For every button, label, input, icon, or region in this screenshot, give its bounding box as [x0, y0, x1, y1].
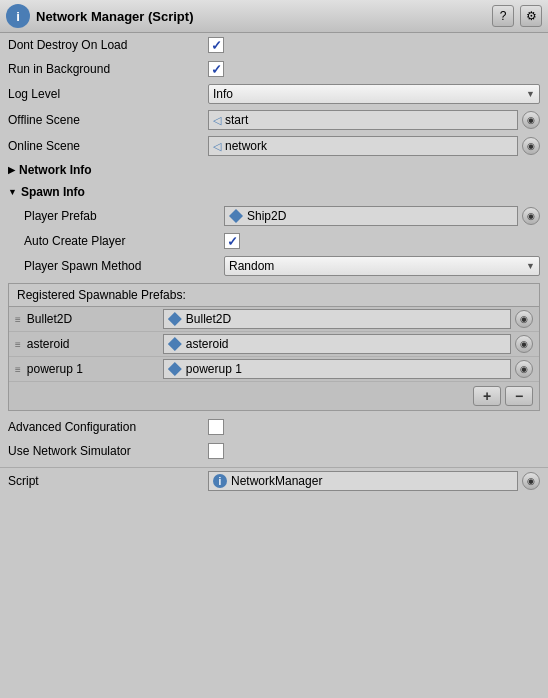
spawnable-field-2: powerup 1: [163, 359, 511, 379]
player-prefab-icon: [229, 209, 243, 223]
spawnable-box: Registered Spawnable Prefabs: ≡ Bullet2D…: [8, 283, 540, 411]
spawnable-prefab-icon-1: [168, 337, 182, 351]
spawnable-title-text: Registered Spawnable Prefabs:: [17, 288, 186, 302]
spawnable-prefab-icon-2: [168, 362, 182, 376]
offline-scene-text: start: [225, 113, 248, 127]
spawnable-prefab-text-2: powerup 1: [186, 362, 242, 376]
component-icon: i: [6, 4, 30, 28]
offline-scene-icon: ◁: [213, 114, 221, 127]
spawn-method-value: Random ▼: [224, 256, 540, 276]
auto-create-row: Auto Create Player: [0, 229, 548, 253]
script-row: Script i NetworkManager ◉: [0, 467, 548, 494]
spawnable-item-0: ≡ Bullet2D Bullet2D ◉: [9, 307, 539, 332]
dont-destroy-row: Dont Destroy On Load: [0, 33, 548, 57]
spawnable-item-2: ≡ powerup 1 powerup 1 ◉: [9, 357, 539, 382]
log-level-label: Log Level: [8, 87, 208, 101]
spawn-method-dropdown-arrow: ▼: [526, 261, 535, 271]
dont-destroy-label: Dont Destroy On Load: [8, 38, 208, 52]
log-level-dropdown-text: Info: [213, 87, 526, 101]
player-prefab-text: Ship2D: [247, 209, 286, 223]
offline-scene-row: Offline Scene ◁ start ◉: [0, 107, 548, 133]
spawn-info-section[interactable]: ▼ Spawn Info: [0, 181, 548, 203]
spawnable-label-1: asteroid: [27, 337, 157, 351]
network-info-section[interactable]: ▶ Network Info: [0, 159, 548, 181]
script-info-icon: i: [213, 474, 227, 488]
drag-icon-1: ≡: [15, 339, 21, 350]
spawnable-picker-2[interactable]: ◉: [515, 360, 533, 378]
add-spawnable-button[interactable]: +: [473, 386, 501, 406]
drag-icon-0: ≡: [15, 314, 21, 325]
advanced-config-value: [208, 419, 540, 435]
spawnable-label-2: powerup 1: [27, 362, 157, 376]
script-picker[interactable]: ◉: [522, 472, 540, 490]
network-info-label: Network Info: [19, 163, 92, 177]
script-value: i NetworkManager ◉: [208, 471, 540, 491]
spawn-method-row: Player Spawn Method Random ▼: [0, 253, 548, 279]
run-background-checkbox[interactable]: [208, 61, 224, 77]
player-prefab-picker[interactable]: ◉: [522, 207, 540, 225]
panel: i Network Manager (Script) ? ⚙ Dont Dest…: [0, 0, 548, 494]
network-info-triangle: ▶: [8, 165, 15, 175]
dont-destroy-value: [208, 37, 540, 53]
auto-create-checkbox[interactable]: [224, 233, 240, 249]
run-background-value: [208, 61, 540, 77]
spawnable-value-1: asteroid ◉: [163, 334, 533, 354]
spawnable-item-1: ≡ asteroid asteroid ◉: [9, 332, 539, 357]
online-scene-text: network: [225, 139, 267, 153]
run-background-label: Run in Background: [8, 62, 208, 76]
remove-spawnable-button[interactable]: −: [505, 386, 533, 406]
network-simulator-value: [208, 443, 540, 459]
auto-create-value: [224, 233, 540, 249]
header-title: Network Manager (Script): [36, 9, 486, 24]
log-level-dropdown[interactable]: Info ▼: [208, 84, 540, 104]
settings-button[interactable]: ⚙: [520, 5, 542, 27]
log-level-dropdown-arrow: ▼: [526, 89, 535, 99]
spawn-method-dropdown[interactable]: Random ▼: [224, 256, 540, 276]
spawn-method-label: Player Spawn Method: [24, 259, 224, 273]
spawnable-picker-1[interactable]: ◉: [515, 335, 533, 353]
spawnable-field-0: Bullet2D: [163, 309, 511, 329]
online-scene-field: ◁ network: [208, 136, 518, 156]
script-text: NetworkManager: [231, 474, 322, 488]
offline-scene-label: Offline Scene: [8, 113, 208, 127]
drag-icon-2: ≡: [15, 364, 21, 375]
player-prefab-row: Player Prefab Ship2D ◉: [0, 203, 548, 229]
spawnable-value-0: Bullet2D ◉: [163, 309, 533, 329]
auto-create-label: Auto Create Player: [24, 234, 224, 248]
header: i Network Manager (Script) ? ⚙: [0, 0, 548, 33]
network-simulator-label: Use Network Simulator: [8, 444, 208, 458]
spawnable-field-1: asteroid: [163, 334, 511, 354]
player-prefab-label: Player Prefab: [24, 209, 224, 223]
spawn-method-dropdown-text: Random: [229, 259, 526, 273]
spawn-info-triangle: ▼: [8, 187, 17, 197]
script-label: Script: [8, 474, 208, 488]
player-prefab-value: Ship2D ◉: [224, 206, 540, 226]
offline-scene-picker[interactable]: ◉: [522, 111, 540, 129]
network-simulator-row: Use Network Simulator: [0, 439, 548, 463]
offline-scene-field: ◁ start: [208, 110, 518, 130]
player-prefab-field: Ship2D: [224, 206, 518, 226]
spawnable-picker-0[interactable]: ◉: [515, 310, 533, 328]
online-scene-value: ◁ network ◉: [208, 136, 540, 156]
spawnable-buttons: + −: [9, 382, 539, 410]
help-button[interactable]: ?: [492, 5, 514, 27]
spawnable-value-2: powerup 1 ◉: [163, 359, 533, 379]
spawnable-label-0: Bullet2D: [27, 312, 157, 326]
online-scene-picker[interactable]: ◉: [522, 137, 540, 155]
advanced-config-row: Advanced Configuration: [0, 415, 548, 439]
network-simulator-checkbox[interactable]: [208, 443, 224, 459]
offline-scene-value: ◁ start ◉: [208, 110, 540, 130]
run-background-row: Run in Background: [0, 57, 548, 81]
dont-destroy-checkbox[interactable]: [208, 37, 224, 53]
log-level-row: Log Level Info ▼: [0, 81, 548, 107]
online-scene-label: Online Scene: [8, 139, 208, 153]
script-field: i NetworkManager: [208, 471, 518, 491]
log-level-value: Info ▼: [208, 84, 540, 104]
spawnable-title: Registered Spawnable Prefabs:: [9, 284, 539, 307]
spawn-info-label: Spawn Info: [21, 185, 85, 199]
spawnable-prefab-text-0: Bullet2D: [186, 312, 231, 326]
online-scene-row: Online Scene ◁ network ◉: [0, 133, 548, 159]
online-scene-icon: ◁: [213, 140, 221, 153]
spawnable-prefab-icon-0: [168, 312, 182, 326]
advanced-config-checkbox[interactable]: [208, 419, 224, 435]
